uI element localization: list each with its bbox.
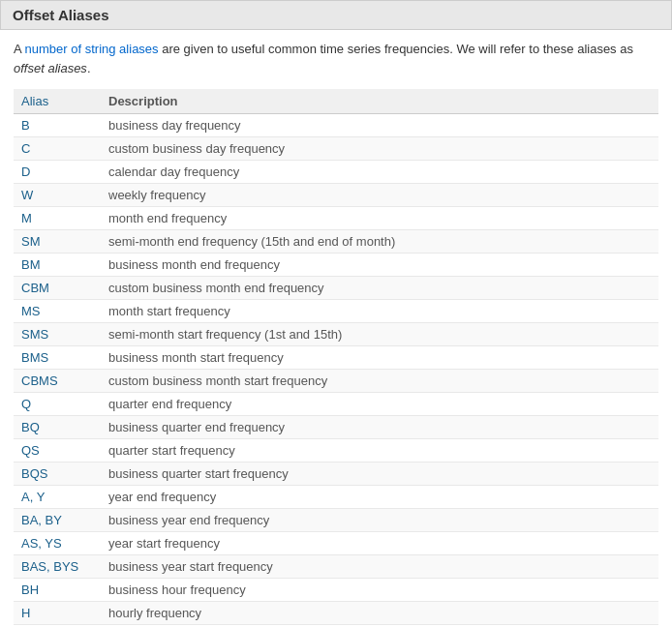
intro-link[interactable]: number of string aliases <box>25 42 159 56</box>
description-cell: business hour frequency <box>101 579 658 602</box>
table-row: BAS, BYSbusiness year start frequency <box>14 555 658 579</box>
table-row: Hhourly frequency <box>14 602 658 625</box>
alias-cell: MS <box>14 300 101 323</box>
description-cell: quarter end frequency <box>101 393 658 416</box>
alias-cell: BQ <box>14 416 101 439</box>
description-cell: business day frequency <box>101 114 658 137</box>
alias-cell: SM <box>14 230 101 254</box>
alias-cell: H <box>14 602 101 625</box>
table-row: Dcalendar day frequency <box>14 161 658 184</box>
alias-cell: AS, YS <box>14 532 101 555</box>
description-cell: business year end frequency <box>101 509 658 532</box>
table-row: Qquarter end frequency <box>14 393 658 416</box>
table-row: Ccustom business day frequency <box>14 137 658 161</box>
column-header-description: Description <box>101 89 658 114</box>
table-row: CBMcustom business month end frequency <box>14 277 658 300</box>
description-cell: semi-month end frequency (15th and end o… <box>101 230 658 254</box>
description-cell: custom business month end frequency <box>101 277 658 300</box>
description-cell: month end frequency <box>101 207 658 230</box>
description-cell: business year start frequency <box>101 555 658 579</box>
table-row: BQbusiness quarter end frequency <box>14 416 658 439</box>
alias-cell: BM <box>14 254 101 277</box>
description-cell: business quarter start frequency <box>101 463 658 486</box>
alias-cell: B <box>14 114 101 137</box>
alias-cell: W <box>14 184 101 207</box>
table-row: CBMScustom business month start frequenc… <box>14 370 658 393</box>
alias-cell: CBM <box>14 277 101 300</box>
table-header-row: Alias Description <box>14 89 658 114</box>
table-row: BMSbusiness month start frequency <box>14 346 658 370</box>
alias-cell: SMS <box>14 323 101 346</box>
table-row: QSquarter start frequency <box>14 439 658 463</box>
intro-paragraph: A number of string aliases are given to … <box>14 40 658 77</box>
alias-cell: CBMS <box>14 370 101 393</box>
page-title: Offset Aliases <box>13 7 109 23</box>
table-row: BA, BYbusiness year end frequency <box>14 509 658 532</box>
table-row: AS, YSyear start frequency <box>14 532 658 555</box>
alias-cell: BQS <box>14 463 101 486</box>
description-cell: business month end frequency <box>101 254 658 277</box>
table-row: BHbusiness hour frequency <box>14 579 658 602</box>
description-cell: year end frequency <box>101 486 658 509</box>
description-cell: custom business day frequency <box>101 137 658 161</box>
description-cell: quarter start frequency <box>101 439 658 463</box>
description-cell: business month start frequency <box>101 346 658 370</box>
description-cell: calendar day frequency <box>101 161 658 184</box>
table-row: Bbusiness day frequency <box>14 114 658 137</box>
description-cell: month start frequency <box>101 300 658 323</box>
alias-cell: BAS, BYS <box>14 555 101 579</box>
description-cell: weekly frequency <box>101 184 658 207</box>
alias-cell: A, Y <box>14 486 101 509</box>
description-cell: year start frequency <box>101 532 658 555</box>
description-cell: hourly frequency <box>101 602 658 625</box>
alias-cell: BA, BY <box>14 509 101 532</box>
description-cell: business quarter end frequency <box>101 416 658 439</box>
alias-cell: Q <box>14 393 101 416</box>
alias-cell: BH <box>14 579 101 602</box>
content-section: A number of string aliases are given to … <box>0 30 672 627</box>
table-row: Wweekly frequency <box>14 184 658 207</box>
column-header-alias: Alias <box>14 89 101 114</box>
table-row: A, Yyear end frequency <box>14 486 658 509</box>
alias-cell: D <box>14 161 101 184</box>
table-row: SMsemi-month end frequency (15th and end… <box>14 230 658 254</box>
description-cell: custom business month start frequency <box>101 370 658 393</box>
table-row: Mmonth end frequency <box>14 207 658 230</box>
table-row: MSmonth start frequency <box>14 300 658 323</box>
alias-cell: QS <box>14 439 101 463</box>
alias-cell: BMS <box>14 346 101 370</box>
offset-aliases-term: offset aliases <box>14 61 87 75</box>
table-row: SMSsemi-month start frequency (1st and 1… <box>14 323 658 346</box>
table-row: BQSbusiness quarter start frequency <box>14 463 658 486</box>
aliases-table: Alias Description Bbusiness day frequenc… <box>14 89 658 627</box>
alias-cell: M <box>14 207 101 230</box>
header-section: Offset Aliases <box>0 0 672 30</box>
description-cell: semi-month start frequency (1st and 15th… <box>101 323 658 346</box>
table-row: BMbusiness month end frequency <box>14 254 658 277</box>
alias-cell: C <box>14 137 101 161</box>
page-container: Offset Aliases A number of string aliase… <box>0 0 672 627</box>
